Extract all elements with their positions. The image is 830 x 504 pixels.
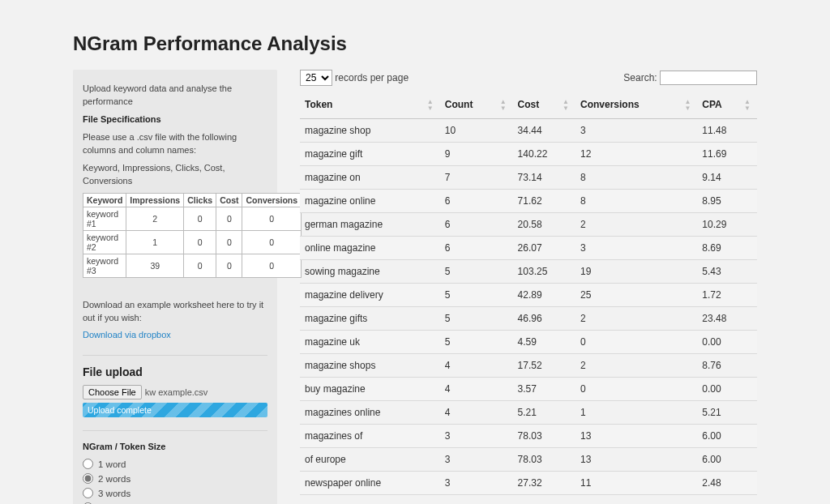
table-row: newspaper online327.32112.48	[300, 472, 757, 495]
table-cell: 12	[575, 143, 697, 166]
table-cell: 26.07	[513, 237, 575, 260]
table-cell: 5.21	[513, 401, 575, 425]
spec-cell: 1	[126, 230, 184, 254]
table-row: buy magazine43.5700.00	[300, 378, 757, 401]
spec-cell: 2	[126, 207, 184, 230]
spec-cell: 0	[184, 230, 216, 254]
table-cell: 5	[440, 260, 513, 284]
table-cell: 3	[440, 472, 513, 495]
table-cell: 6.00	[697, 425, 757, 448]
table-row: sowing magazine5103.25195.43	[300, 260, 757, 284]
chosen-file-name: kw example.csv	[145, 387, 208, 397]
table-row: magazine shops417.5228.76	[300, 354, 757, 378]
choose-file-button[interactable]: Choose File	[83, 385, 142, 399]
column-header[interactable]: Conversions▲▼	[575, 92, 697, 119]
table-cell: magazine gift	[300, 143, 440, 166]
table-cell: 27.32	[513, 472, 575, 495]
table-cell: 3.57	[513, 378, 575, 401]
table-cell: magazine on	[300, 166, 440, 190]
page-size-select[interactable]: 25	[300, 70, 332, 86]
table-cell: of europe	[300, 448, 440, 472]
table-row: magazine gifts546.96223.48	[300, 307, 757, 331]
column-header[interactable]: Cost▲▼	[513, 92, 575, 119]
table-cell: 9	[440, 143, 513, 166]
table-cell: 6	[440, 237, 513, 260]
ngram-radio[interactable]	[83, 459, 93, 469]
table-cell: 78.03	[513, 425, 575, 448]
upload-progress: Upload complete	[83, 403, 267, 417]
spec-cell: 0	[242, 207, 302, 230]
table-cell: 2	[575, 354, 697, 378]
table-cell: magazines online	[300, 401, 440, 425]
column-header[interactable]: Token▲▼	[300, 92, 440, 119]
table-cell: 6	[440, 190, 513, 213]
ngram-radio[interactable]	[83, 473, 93, 484]
table-cell: 17.52	[513, 354, 575, 378]
download-link[interactable]: Download via dropbox	[83, 330, 171, 340]
results-table: Token▲▼Count▲▼Cost▲▼Conversions▲▼CPA▲▼ m…	[300, 92, 757, 495]
sort-icon[interactable]: ▲▼	[744, 99, 751, 112]
page-size-suffix: records per page	[335, 72, 409, 83]
table-cell: 42.89	[513, 284, 575, 307]
table-cell: 11.48	[697, 119, 757, 143]
ngram-heading: NGram / Token Size	[83, 442, 166, 451]
main-panel: 25 records per page Search: Token▲▼Count…	[300, 70, 757, 495]
table-cell: 5	[440, 284, 513, 307]
sort-icon[interactable]: ▲▼	[500, 99, 507, 112]
spec-cell: 0	[184, 207, 216, 230]
table-cell: online magazine	[300, 237, 440, 260]
sort-icon[interactable]: ▲▼	[427, 99, 434, 112]
table-row: magazine shop1034.44311.48	[300, 119, 757, 143]
sort-icon[interactable]: ▲▼	[563, 99, 569, 112]
table-cell: 34.44	[513, 119, 575, 143]
table-cell: 103.25	[513, 260, 575, 284]
example-spec-table: Keyword Impressions Clicks Cost Conversi…	[83, 193, 302, 278]
column-header[interactable]: CPA▲▼	[697, 92, 757, 119]
sort-icon[interactable]: ▲▼	[684, 99, 691, 112]
table-cell: magazine gifts	[300, 307, 440, 331]
ngram-option[interactable]: 1 word	[83, 459, 267, 469]
table-cell: sowing magazine	[300, 260, 440, 284]
spec-row: keyword #21000	[83, 230, 302, 254]
table-cell: 0	[575, 378, 697, 401]
table-cell: 11.69	[697, 143, 757, 166]
spec-cell: 0	[216, 207, 242, 230]
search-input[interactable]	[660, 70, 757, 85]
table-row: german magazine620.58210.29	[300, 213, 757, 237]
table-row: magazines online45.2115.21	[300, 401, 757, 425]
spec-th-impressions: Impressions	[126, 193, 184, 207]
spec-th-conversions: Conversions	[242, 193, 302, 207]
column-label: Count	[445, 99, 473, 110]
table-cell: 1	[575, 401, 697, 425]
table-cell: 3	[440, 448, 513, 472]
table-cell: 10.29	[697, 213, 757, 237]
ngram-option[interactable]: 3 words	[83, 488, 267, 498]
table-cell: 8	[575, 190, 697, 213]
table-cell: 0	[575, 331, 697, 354]
table-cell: 23.48	[697, 307, 757, 331]
table-cell: 3	[575, 119, 697, 143]
ngram-option[interactable]: 2 words	[83, 473, 267, 484]
table-cell: 13	[575, 425, 697, 448]
table-cell: 4	[440, 378, 513, 401]
spec-cell: 39	[126, 254, 184, 277]
table-cell: magazine delivery	[300, 284, 440, 307]
table-cell: 20.58	[513, 213, 575, 237]
table-cell: 8.76	[697, 354, 757, 378]
table-cell: 2	[575, 213, 697, 237]
download-prompt: Download an example worksheet here to tr…	[83, 299, 267, 325]
table-row: online magazine626.0738.69	[300, 237, 757, 260]
table-cell: 8.69	[697, 237, 757, 260]
table-cell: magazine shop	[300, 119, 440, 143]
ngram-option-label: 2 words	[98, 474, 130, 484]
ngram-radio[interactable]	[83, 488, 93, 498]
table-cell: buy magazine	[300, 378, 440, 401]
table-cell: 11	[575, 472, 697, 495]
column-header[interactable]: Count▲▼	[440, 92, 513, 119]
table-cell: magazine online	[300, 190, 440, 213]
table-cell: 140.22	[513, 143, 575, 166]
table-row: magazine on773.1489.14	[300, 166, 757, 190]
spec-row: keyword #12000	[83, 207, 302, 230]
file-upload-heading: File upload	[83, 365, 267, 378]
search-label: Search:	[623, 72, 657, 83]
